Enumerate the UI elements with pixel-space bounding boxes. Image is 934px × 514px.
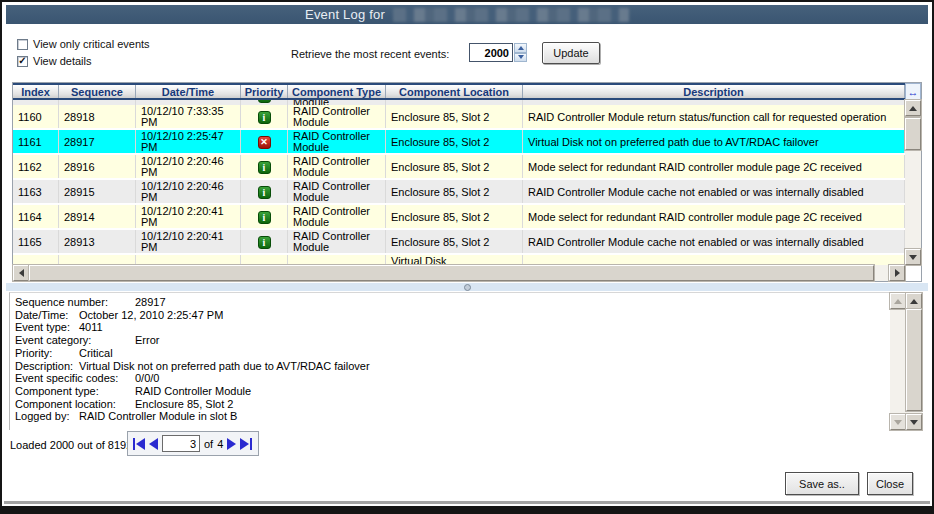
details-vertical-scrollbar[interactable] [906, 293, 922, 430]
info-icon: i [258, 111, 271, 124]
scroll-left-button[interactable] [13, 265, 29, 281]
event-details-panel: Sequence number:28917 Date/Time:October … [9, 292, 922, 430]
arrow-right-icon [895, 269, 900, 277]
event-table: Index Sequence Date/Time Priority Compon… [12, 82, 922, 282]
table-row[interactable]: 1163 28915 10/12/10 2:20:46 PM i RAID Co… [13, 180, 905, 205]
first-page-button[interactable] [133, 438, 145, 450]
info-icon: i [258, 161, 271, 174]
retrieve-events-input[interactable] [469, 43, 513, 62]
table-row[interactable]: 1162 28916 10/12/10 2:20:46 PM i RAID Co… [13, 155, 905, 180]
table-row[interactable]: 1165 28913 10/12/10 2:20:41 PM i RAID Co… [13, 230, 905, 255]
vertical-scroll-thumb[interactable] [905, 118, 921, 150]
checkbox-unchecked-icon[interactable] [17, 39, 28, 50]
detail-value: 4011 [79, 321, 103, 333]
table-row-partial-top[interactable]: Module [13, 100, 905, 105]
event-details-text: Sequence number:28917 Date/Time:October … [15, 296, 886, 423]
critical-error-icon: ✕ [258, 136, 271, 149]
view-only-critical-label: View only critical events [33, 38, 150, 50]
detail-value: 28917 [135, 296, 166, 308]
column-resize-icon[interactable]: ↔ [905, 83, 921, 100]
table-body: Module 1160 28918 10/12/10 7:33:35 PM i … [13, 100, 905, 267]
title-bar[interactable]: Event Log for [6, 5, 928, 24]
scroll-right-button[interactable] [889, 265, 905, 281]
detail-label: Event type: [15, 321, 79, 334]
view-only-critical-checkbox[interactable]: View only critical events [17, 38, 150, 50]
column-header-datetime[interactable]: Date/Time [136, 85, 241, 98]
current-page-input[interactable] [162, 435, 200, 452]
scroll-down-button[interactable] [906, 414, 922, 430]
column-header-component-location[interactable]: Component Location [386, 85, 523, 98]
close-button[interactable]: Close [867, 472, 913, 495]
view-details-label: View details [33, 55, 92, 67]
table-row[interactable]: 1160 28918 10/12/10 7:33:35 PM i RAID Co… [13, 105, 905, 130]
scroll-up-button[interactable] [905, 100, 921, 116]
first-page-icon [136, 438, 145, 450]
detail-value: Error [135, 334, 159, 346]
next-page-button[interactable] [227, 438, 236, 450]
arrow-down-icon [910, 420, 918, 425]
previous-page-icon [149, 438, 158, 450]
arrow-up-icon [910, 299, 918, 304]
details-scroll-thumb[interactable] [906, 309, 922, 411]
column-header-description[interactable]: Description [523, 85, 905, 98]
detail-value: RAID Controller Module [135, 385, 251, 397]
arrow-down-icon [909, 255, 917, 260]
column-header-priority[interactable]: Priority [241, 85, 288, 98]
scroll-up-button[interactable] [906, 293, 922, 309]
detail-label: Event category: [15, 334, 135, 347]
info-icon [258, 100, 271, 103]
info-icon: i [258, 236, 271, 249]
table-horizontal-scrollbar[interactable] [13, 265, 905, 281]
detail-label: Description: [15, 360, 79, 373]
split-pane-divider[interactable] [6, 283, 928, 291]
detail-label: Date/Time: [15, 309, 79, 322]
table-row[interactable]: 1164 28914 10/12/10 2:20:41 PM i RAID Co… [13, 205, 905, 230]
arrow-left-icon [19, 269, 24, 277]
splitter-handle-icon [464, 284, 471, 291]
stepper-down-button[interactable] [514, 53, 527, 63]
checkbox-checked-icon[interactable] [17, 56, 28, 67]
retrieve-events-stepper[interactable] [514, 43, 527, 62]
retrieve-events-label: Retrieve the most recent events: [291, 48, 449, 60]
arrow-down-icon [894, 420, 902, 425]
column-header-component-type[interactable]: Component Type [288, 85, 386, 98]
save-as-button[interactable]: Save as.. [785, 472, 859, 495]
detail-value: Enclosure 85, Slot 2 [135, 398, 233, 410]
detail-value: Critical [79, 347, 113, 359]
previous-page-button[interactable] [149, 438, 158, 450]
last-page-icon [240, 438, 249, 450]
scroll-up-button-disabled [890, 293, 906, 309]
table-vertical-scrollbar[interactable] [905, 100, 921, 265]
next-page-icon [227, 438, 236, 450]
table-row-selected[interactable]: 1161 28917 10/12/10 2:25:47 PM ✕ RAID Co… [13, 130, 905, 155]
detail-label: Component location: [15, 398, 135, 411]
stepper-up-button[interactable] [514, 43, 527, 53]
column-header-index[interactable]: Index [13, 85, 59, 98]
page-navigator: of4 [127, 431, 259, 456]
arrow-up-icon [909, 106, 917, 111]
view-details-checkbox[interactable]: View details [17, 55, 92, 67]
detail-value: October 12, 2010 2:25:47 PM [79, 309, 223, 321]
chevron-up-icon [518, 46, 524, 50]
loaded-events-status: Loaded 2000 out of 8192 [10, 439, 132, 451]
last-page-button[interactable] [240, 438, 252, 450]
info-icon: i [258, 186, 271, 199]
column-header-sequence[interactable]: Sequence [59, 85, 136, 98]
chevron-down-icon [518, 55, 524, 59]
details-inner-scrollbar[interactable] [890, 293, 906, 430]
arrow-up-icon [894, 299, 902, 304]
detail-value: 0/0/0 [135, 372, 159, 384]
horizontal-scroll-thumb[interactable] [29, 265, 874, 281]
window-bottom-edge [4, 501, 930, 504]
event-log-dialog: Event Log for View only critical events … [0, 0, 934, 514]
detail-value: Virtual Disk not on preferred path due t… [79, 360, 370, 372]
detail-value: RAID Controller Module in slot B [79, 410, 237, 422]
detail-label: Priority: [15, 347, 79, 360]
info-icon: i [258, 211, 271, 224]
update-button[interactable]: Update [542, 42, 600, 64]
page-count-label: of4 [204, 438, 223, 450]
scroll-down-button[interactable] [905, 249, 921, 265]
detail-label: Component type: [15, 385, 135, 398]
table-header-row: Index Sequence Date/Time Priority Compon… [13, 83, 905, 100]
detail-label: Logged by: [15, 410, 79, 423]
